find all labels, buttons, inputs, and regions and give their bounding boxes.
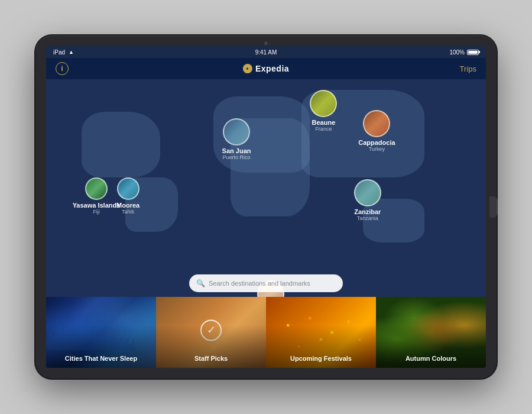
destination-beaune-image (310, 90, 337, 117)
device-label: iPad (53, 49, 65, 56)
destination-zanzibar-image (354, 179, 381, 206)
info-icon: i (61, 64, 63, 73)
destination-yasawa[interactable]: Yasawa Islands Fiji (73, 177, 121, 215)
card-festivals[interactable]: Upcoming Festivals (266, 297, 376, 368)
card-cities-label: Cities That Never Sleep (46, 355, 156, 362)
destination-zanzibar[interactable]: Zanzibar Tanzania (354, 179, 381, 221)
destination-cappadocia[interactable]: Cappadocia Turkey (358, 110, 395, 152)
search-bar[interactable]: 🔍 Search destinations and landmarks (189, 274, 343, 292)
destination-moorea-image (117, 177, 140, 200)
wifi-icon: ▲ (69, 49, 74, 55)
home-button[interactable] (489, 196, 498, 218)
cards-row: Cities That Never Sleep ✓ Staff Picks Up… (46, 297, 486, 368)
status-time: 9:41 AM (255, 49, 277, 56)
search-placeholder: Search destinations and landmarks (209, 280, 310, 287)
card-staff-label: Staff Picks (156, 355, 266, 362)
ipad-device: iPad ▲ 9:41 AM 100% i ✦ Expedia Tr (35, 35, 497, 379)
card-cities[interactable]: Cities That Never Sleep (46, 297, 156, 368)
card-autumn-label: Autumn Colours (376, 355, 486, 362)
card-staff[interactable]: ✓ Staff Picks (156, 297, 266, 368)
destination-sanjuan-image (223, 118, 250, 145)
trips-button[interactable]: Trips (460, 64, 476, 73)
expedia-icon: ✦ (243, 64, 252, 73)
destination-moorea-label: Moorea Tahiti (116, 202, 140, 215)
destination-beaune[interactable]: Beaune France (310, 90, 337, 132)
status-left: iPad ▲ (53, 49, 74, 56)
nav-bar: i ✦ Expedia Trips (46, 58, 486, 79)
map-area[interactable]: Yasawa Islands Fiji Moorea Tahiti San Ju… (46, 79, 486, 297)
continent-north-america (82, 112, 161, 177)
destination-moorea[interactable]: Moorea Tahiti (116, 177, 140, 215)
status-right: 100% (449, 49, 479, 56)
card-autumn[interactable]: Autumn Colours (376, 297, 486, 368)
logo-text: Expedia (255, 64, 289, 73)
destination-sanjuan-label: San Juan Puerto Rico (222, 147, 251, 160)
ipad-screen: iPad ▲ 9:41 AM 100% i ✦ Expedia Tr (46, 46, 486, 368)
destination-cappadocia-image (363, 110, 390, 137)
destination-beaune-label: Beaune France (312, 119, 336, 132)
status-bar: iPad ▲ 9:41 AM 100% (46, 46, 486, 58)
destination-yasawa-label: Yasawa Islands Fiji (73, 202, 121, 215)
destination-sanjuan[interactable]: San Juan Puerto Rico (222, 118, 251, 160)
battery-label: 100% (449, 49, 465, 56)
app-logo: ✦ Expedia (243, 64, 289, 73)
search-icon: 🔍 (196, 279, 205, 287)
destination-cappadocia-label: Cappadocia Turkey (358, 139, 395, 152)
card-festivals-label: Upcoming Festivals (266, 355, 376, 362)
destination-zanzibar-label: Zanzibar Tanzania (354, 208, 381, 221)
destination-yasawa-image (85, 177, 108, 200)
battery-indicator (467, 50, 479, 55)
camera-indicator (264, 41, 268, 45)
info-button[interactable]: i (56, 62, 69, 75)
